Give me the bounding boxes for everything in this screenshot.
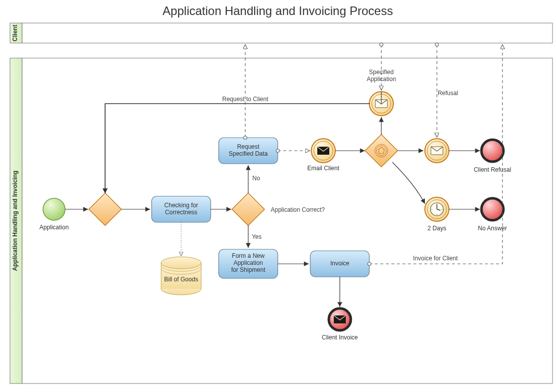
- event-refusal-msg: [425, 139, 449, 163]
- label-yes: Yes: [252, 233, 262, 240]
- pool-main-label: Application Handling and Invoicing: [12, 171, 19, 271]
- svg-text:Application: Application: [367, 76, 396, 83]
- svg-text:for Shipment: for Shipment: [231, 266, 266, 273]
- label-invoice-for: Invoice for Client: [413, 255, 458, 262]
- svg-text:Request: Request: [237, 143, 260, 150]
- svg-point-34: [481, 140, 503, 162]
- data-store-bill: Bill of Goods: [161, 257, 201, 295]
- envelope-light-icon: [431, 147, 443, 155]
- data-store-label: Bill of Goods: [164, 276, 198, 283]
- envelope-dark-icon: [317, 147, 329, 155]
- svg-point-12: [161, 257, 201, 269]
- label-refusal: Refusal: [438, 90, 458, 97]
- svg-point-5: [43, 198, 65, 220]
- envelope-dark-icon: [334, 315, 346, 323]
- task-form: Form a New Application for Shipment: [219, 249, 278, 278]
- label-req-to-client: Request to Client: [222, 96, 269, 103]
- svg-text:Application: Application: [234, 259, 263, 266]
- event-email-client-label: Email Client: [307, 165, 340, 172]
- svg-text:Form a New: Form a New: [232, 252, 265, 259]
- pool-client-label: Client: [12, 25, 19, 41]
- diagram-title: Application Handling and Invoicing Proce…: [163, 4, 393, 18]
- end-event-invoice-label: Client Invoice: [322, 334, 358, 341]
- svg-text:Correctness: Correctness: [165, 209, 198, 216]
- gateway-decision-label: Application Correct?: [271, 206, 325, 213]
- label-no: No: [252, 175, 260, 182]
- svg-rect-1: [22, 23, 552, 43]
- pool-client: Client: [10, 23, 552, 43]
- svg-text:Checking for: Checking for: [164, 202, 198, 209]
- pool-main: Application Handling and Invoicing: [10, 58, 552, 383]
- end-event-refusal-label: Client Refusal: [474, 166, 511, 173]
- task-checking: Checking for Correctness: [152, 196, 211, 222]
- event-timer: 2 Days: [425, 197, 449, 232]
- svg-point-44: [481, 198, 503, 220]
- bpmn-diagram: Application Handling and Invoicing Proce…: [0, 0, 556, 392]
- start-event-label: Application: [40, 224, 69, 231]
- svg-text:Specified Data: Specified Data: [229, 150, 268, 157]
- clock-icon: [430, 203, 443, 216]
- task-request: Request Specified Data: [219, 138, 278, 164]
- svg-text:Specified: Specified: [369, 69, 393, 76]
- task-invoice-label: Invoice: [330, 260, 349, 267]
- event-timer-label: 2 Days: [427, 225, 446, 232]
- task-invoice: Invoice: [310, 251, 369, 277]
